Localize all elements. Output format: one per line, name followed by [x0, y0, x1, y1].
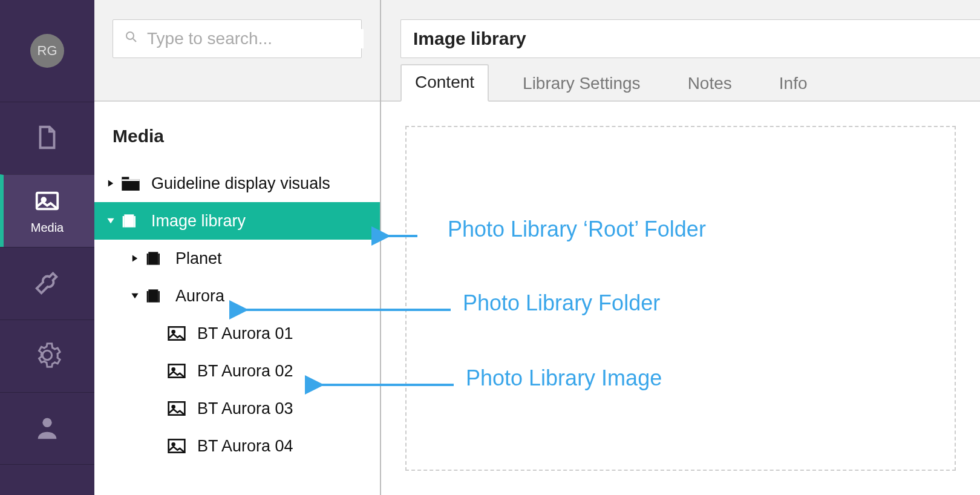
search-input[interactable] — [147, 29, 364, 48]
main-panel: Image library Content Library Settings N… — [381, 0, 980, 495]
film-icon — [121, 212, 140, 229]
tree-node-guideline[interactable]: Guideline display visuals — [94, 165, 380, 202]
tree-node-bt-aurora-03[interactable]: BT Aurora 03 — [94, 390, 380, 427]
nav-tools[interactable] — [0, 247, 94, 320]
svg-point-21 — [172, 330, 175, 333]
user-icon — [33, 413, 61, 444]
svg-rect-10 — [134, 216, 136, 228]
page-title: Image library — [413, 28, 526, 49]
avatar-initials: RG — [38, 43, 57, 59]
nav-settings[interactable] — [0, 320, 94, 392]
image-icon — [167, 362, 186, 379]
image-icon — [33, 187, 61, 217]
svg-rect-19 — [148, 289, 158, 291]
tree-node-label: Aurora — [175, 287, 224, 306]
svg-rect-15 — [148, 252, 158, 254]
tree-node-label: BT Aurora 01 — [197, 324, 293, 343]
tree-node-bt-aurora-04[interactable]: BT Aurora 04 — [94, 427, 380, 465]
tree-node-label: BT Aurora 03 — [197, 399, 293, 418]
nav-content[interactable] — [0, 102, 94, 174]
svg-line-4 — [133, 39, 136, 42]
nav-media[interactable]: Media — [0, 174, 94, 247]
tab-label: Library Settings — [523, 74, 641, 93]
nav-rail: RG Media — [0, 0, 94, 495]
tab-content[interactable]: Content — [400, 64, 489, 102]
tree-body: Media Guideline display visuals Image li… — [94, 102, 380, 465]
film-icon — [145, 250, 165, 267]
svg-rect-12 — [148, 254, 158, 265]
caret-right-icon — [106, 179, 115, 188]
svg-rect-14 — [158, 254, 160, 265]
wrench-icon — [33, 269, 61, 299]
tree-panel: Media Guideline display visuals Image li… — [94, 0, 381, 495]
page-title-input[interactable]: Image library — [400, 19, 980, 58]
tab-label: Content — [415, 73, 474, 91]
tab-info[interactable]: Info — [766, 67, 821, 102]
svg-rect-9 — [123, 216, 125, 228]
svg-rect-18 — [158, 291, 160, 303]
film-icon — [145, 287, 165, 304]
document-icon — [33, 123, 61, 154]
caret-down-icon — [106, 217, 115, 225]
gear-icon — [33, 341, 61, 372]
search-box[interactable] — [113, 19, 362, 58]
tab-label: Info — [779, 74, 808, 93]
nav-media-label: Media — [31, 221, 64, 235]
tree-node-planet[interactable]: Planet — [94, 240, 380, 277]
search-icon — [124, 29, 147, 48]
folder-icon — [121, 175, 140, 192]
main-header: Image library Content Library Settings N… — [381, 0, 980, 102]
svg-rect-7 — [122, 179, 139, 181]
image-icon — [167, 400, 186, 417]
svg-rect-16 — [148, 291, 158, 303]
tree-node-bt-aurora-01[interactable]: BT Aurora 01 — [94, 315, 380, 352]
tab-notes[interactable]: Notes — [675, 67, 745, 102]
drop-zone[interactable] — [405, 126, 956, 471]
tree-node-label: Guideline display visuals — [151, 174, 330, 193]
svg-rect-11 — [124, 214, 134, 216]
avatar[interactable]: RG — [30, 34, 64, 68]
tab-library-settings[interactable]: Library Settings — [509, 67, 654, 102]
tabs: Content Library Settings Notes Info — [400, 64, 820, 102]
svg-point-3 — [126, 32, 134, 39]
tab-label: Notes — [688, 74, 732, 93]
nav-rail-header: RG — [0, 0, 94, 102]
svg-rect-5 — [122, 179, 139, 191]
caret-right-icon — [131, 254, 139, 263]
tree-node-aurora[interactable]: Aurora — [94, 277, 380, 315]
caret-down-icon — [131, 292, 139, 300]
svg-rect-17 — [147, 291, 149, 303]
tree-node-label: Image library — [151, 212, 246, 231]
tree-node-image-library[interactable]: Image library — [94, 202, 380, 240]
tree-node-bt-aurora-02[interactable]: BT Aurora 02 — [94, 352, 380, 390]
image-icon — [167, 325, 186, 342]
search-row — [94, 0, 380, 102]
tree-node-label: BT Aurora 02 — [197, 362, 293, 381]
svg-point-25 — [172, 405, 175, 408]
main-body — [381, 102, 980, 495]
nav-users[interactable] — [0, 392, 94, 465]
tree-title: Media — [94, 126, 380, 165]
svg-rect-8 — [124, 216, 134, 228]
svg-point-2 — [42, 418, 51, 427]
tree-node-label: Planet — [175, 249, 222, 268]
svg-rect-13 — [147, 254, 149, 265]
image-icon — [167, 438, 186, 454]
svg-point-27 — [172, 443, 175, 445]
tree-node-label: BT Aurora 04 — [197, 437, 293, 456]
svg-point-23 — [172, 368, 175, 370]
